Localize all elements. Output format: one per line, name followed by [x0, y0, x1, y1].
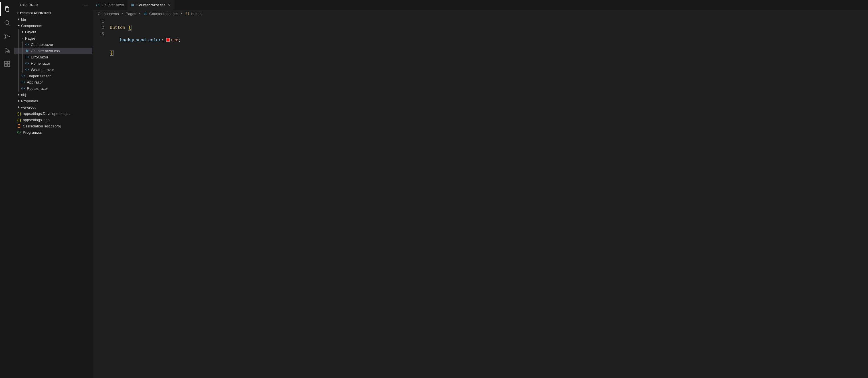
tree-folder[interactable]: Properties	[14, 98, 92, 104]
tree-item-label: Counter.razor	[31, 42, 53, 47]
code-token-value: red	[171, 38, 179, 43]
tree-folder[interactable]: Components	[14, 23, 92, 29]
svg-rect-7	[7, 64, 10, 66]
activity-run-debug-icon[interactable]	[0, 43, 14, 57]
svg-point-2	[5, 38, 6, 39]
tree-item-label: obj	[21, 93, 26, 97]
code-token-property: background-color	[120, 38, 161, 43]
css-rule-symbol-icon	[185, 12, 190, 16]
color-swatch-icon[interactable]	[166, 38, 170, 42]
sidebar-header: EXPLORER ···	[14, 0, 92, 10]
chevron-down-icon	[17, 24, 21, 28]
tree-file[interactable]: Counter.razor.css	[14, 48, 92, 54]
svg-rect-6	[5, 64, 7, 66]
chevron-down-icon	[16, 11, 20, 15]
json-file-icon: { }	[17, 118, 22, 122]
tree-item-label: CssIsolationTest.csproj	[23, 124, 61, 128]
code-file-icon	[25, 68, 30, 71]
tree-item-label: bin	[21, 18, 26, 22]
hash-file-icon	[25, 49, 30, 53]
tree-file[interactable]: { }appsettings.json	[14, 117, 92, 123]
code-token-selector: button	[110, 25, 125, 30]
tree-file[interactable]: App.razor	[14, 79, 92, 85]
line-number-gutter: 1 2 3	[93, 18, 110, 378]
tree-folder[interactable]: wwwroot	[14, 104, 92, 110]
breadcrumb-item[interactable]: Components	[98, 12, 119, 16]
close-icon[interactable]	[167, 3, 172, 7]
chevron-right-icon	[17, 18, 21, 21]
line-number: 2	[93, 25, 104, 31]
tree-folder[interactable]: obj	[14, 92, 92, 98]
tree-item-label: wwwroot	[21, 105, 36, 109]
activity-search-icon[interactable]	[0, 16, 14, 30]
project-section-header[interactable]: CSSISOLATIONTEST	[14, 10, 92, 16]
hash-file-icon	[143, 12, 148, 16]
breadcrumb-item[interactable]: Pages	[126, 12, 136, 16]
tree-item-label: Routes.razor	[27, 86, 48, 91]
tree-file[interactable]: { }appsettings.Development.js...	[14, 110, 92, 117]
breadcrumb-item[interactable]: Counter.razor.css	[149, 12, 178, 16]
code-file-icon	[21, 80, 26, 84]
tree-item-label: appsettings.json	[23, 118, 50, 122]
code-file-icon	[21, 74, 26, 78]
tree-item-label: Properties	[21, 99, 38, 103]
code-file-icon	[95, 3, 100, 7]
chevron-down-icon	[21, 36, 25, 40]
code-file-icon	[25, 42, 30, 46]
tree-item-label: Weather.razor	[31, 68, 54, 72]
breadcrumb-item[interactable]: button	[191, 12, 202, 16]
tree-file[interactable]: Error.razor	[14, 54, 92, 60]
tree-folder[interactable]: bin	[14, 16, 92, 23]
code-token-indent	[110, 38, 120, 43]
line-number: 1	[93, 19, 104, 25]
chevron-right-icon	[17, 93, 21, 97]
tree-file[interactable]: C#Program.cs	[14, 129, 92, 135]
csproj-file-icon	[17, 124, 22, 128]
breadcrumb-separator-icon	[138, 12, 142, 16]
tree-item-label: _Imports.razor	[27, 74, 51, 78]
editor-tab[interactable]: Counter.razor.css	[127, 0, 175, 10]
tree-item-label: appsettings.Development.js...	[23, 112, 71, 116]
tab-bar: Counter.razorCounter.razor.css	[93, 0, 868, 10]
tree-file[interactable]: Routes.razor	[14, 85, 92, 92]
hash-file-icon	[130, 3, 135, 7]
file-tree: binComponentsLayoutPagesCounter.razorCou…	[14, 16, 92, 378]
tree-item-label: Counter.razor.css	[31, 49, 60, 53]
explorer-sidebar: EXPLORER ··· CSSISOLATIONTEST binCompone…	[14, 0, 93, 378]
tree-folder[interactable]: Pages	[14, 35, 92, 41]
activity-extensions-icon[interactable]	[0, 57, 14, 71]
svg-point-0	[5, 21, 9, 25]
tab-label: Counter.razor.css	[136, 3, 165, 7]
code-file-icon	[25, 55, 30, 59]
chevron-right-icon	[21, 30, 25, 34]
code-editor[interactable]: 1 2 3 button { background-color: red; }	[93, 18, 868, 378]
line-number: 3	[93, 31, 104, 37]
breadcrumb-separator-icon	[121, 12, 124, 16]
tree-file[interactable]: _Imports.razor	[14, 73, 92, 79]
tree-file[interactable]: Weather.razor	[14, 66, 92, 73]
activity-explorer-icon[interactable]	[0, 2, 14, 16]
editor-area: Counter.razorCounter.razor.css Component…	[93, 0, 868, 378]
tree-item-label: Layout	[25, 30, 36, 34]
breadcrumb[interactable]: ComponentsPagesCounter.razor.cssbutton	[93, 10, 868, 18]
tree-file[interactable]: Counter.razor	[14, 41, 92, 48]
tree-item-label: Program.cs	[23, 130, 42, 134]
tab-label: Counter.razor	[102, 3, 124, 7]
sidebar-more-icon[interactable]: ···	[83, 3, 88, 8]
editor-tab[interactable]: Counter.razor	[93, 0, 127, 10]
code-token-colon: :	[161, 38, 164, 43]
svg-point-1	[5, 34, 6, 36]
chevron-right-icon	[17, 105, 21, 109]
tree-folder[interactable]: Layout	[14, 29, 92, 35]
sidebar-title: EXPLORER	[20, 3, 38, 7]
tree-item-label: Pages	[25, 36, 36, 40]
tree-file[interactable]: CssIsolationTest.csproj	[14, 123, 92, 129]
code-token-brace: }	[110, 50, 114, 56]
svg-rect-8	[7, 61, 10, 64]
code-content[interactable]: button { background-color: red; }	[110, 18, 181, 378]
tree-item-label: Error.razor	[31, 55, 48, 59]
tree-file[interactable]: Home.razor	[14, 60, 92, 66]
activity-source-control-icon[interactable]	[0, 30, 14, 43]
code-file-icon	[25, 61, 30, 65]
breadcrumb-separator-icon	[180, 12, 183, 16]
